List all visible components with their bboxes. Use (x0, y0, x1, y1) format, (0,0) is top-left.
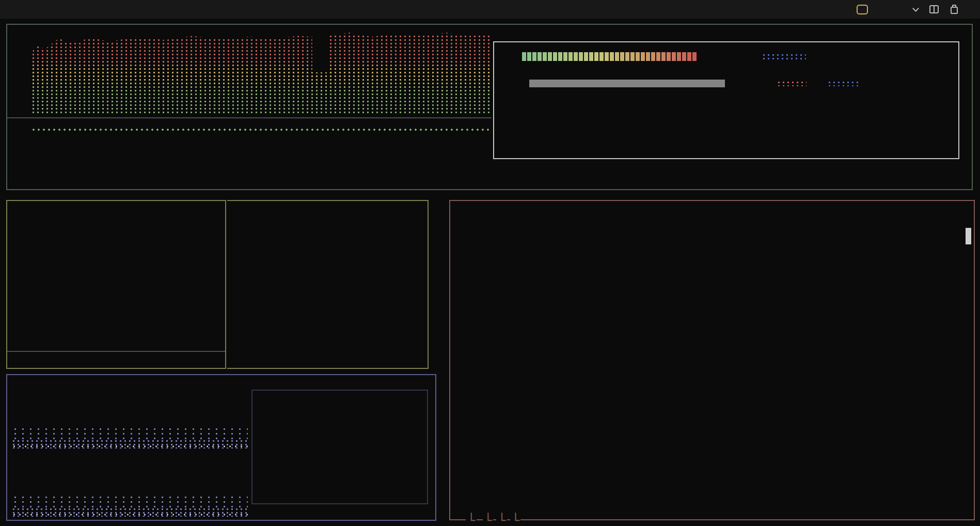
kill-terminal-icon[interactable] (950, 5, 958, 14)
mem-divider (7, 351, 225, 352)
terminal-dropdown-chevron-icon[interactable] (912, 5, 919, 12)
gpu-mem-graph (777, 81, 807, 86)
gpu-totals-graph (31, 126, 492, 183)
cpu-graph-divider (7, 117, 492, 118)
disks-box (227, 200, 429, 369)
terminal-viewport: └└└└ (0, 19, 980, 526)
mem-box (6, 200, 226, 369)
proc-scrollbar-thumb[interactable] (966, 228, 971, 244)
gpu-usage-meter (529, 80, 725, 87)
download-graph (11, 388, 248, 448)
load-average-row (494, 63, 958, 76)
proc-box: └└└└ (449, 200, 975, 520)
net-stats-rows (252, 391, 427, 397)
upload-graph (11, 459, 248, 517)
cpu-total-row (494, 50, 958, 63)
net-box (6, 374, 436, 521)
cpu-usage-graph (31, 31, 492, 114)
net-stats-box (251, 390, 428, 504)
gpu-temp-graph (827, 81, 858, 86)
proc-column-headers (450, 211, 974, 226)
split-terminal-icon[interactable] (929, 5, 939, 13)
terminal-icon (857, 5, 868, 14)
mem-metrics (7, 201, 225, 211)
gpu-row (494, 76, 958, 90)
proc-footer: └└└└ (456, 513, 524, 526)
cpu-total-meter (522, 52, 697, 61)
terminal-actions (857, 5, 970, 14)
cpu-detail-box (493, 41, 959, 159)
cpu-temp-graph (762, 53, 806, 60)
panel-tab-bar (0, 0, 980, 19)
gpu-graph-baseline (31, 128, 492, 132)
disk-entries (227, 201, 428, 211)
